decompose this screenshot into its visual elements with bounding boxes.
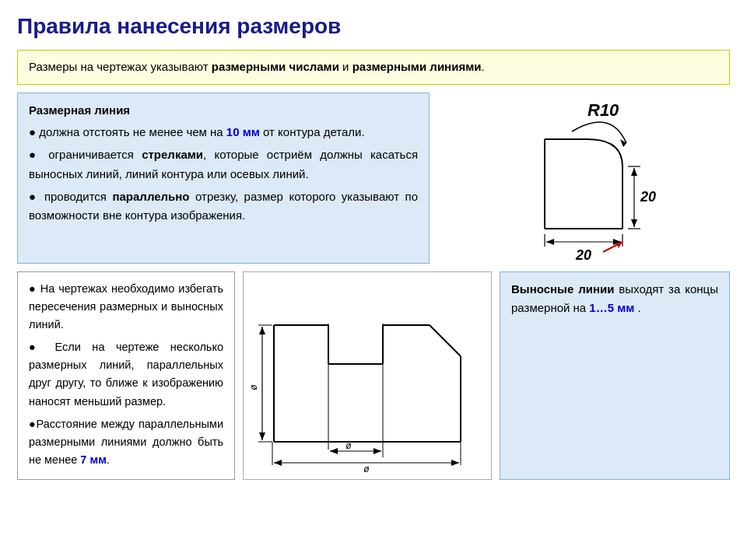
bottom-rule-1: ● На чертежах необходимо избегать пересе…	[29, 280, 223, 334]
svg-text:20: 20	[640, 189, 656, 205]
svg-marker-15	[546, 239, 554, 245]
svg-marker-32	[330, 448, 338, 454]
svg-text:20: 20	[575, 247, 591, 263]
svg-text:ø: ø	[345, 440, 352, 451]
razmer-line-heading: Размерная линия	[29, 101, 418, 121]
info-text-bold: размерными числами	[212, 60, 339, 73]
info-box-yellow: Размеры на чертежах указывают размерными…	[17, 50, 730, 85]
bottom-rules-text: ● На чертежах необходимо избегать пересе…	[17, 271, 235, 480]
info-text-end: .	[481, 60, 484, 73]
parallel-lines-diagram: ø ø ø	[243, 271, 492, 480]
svg-marker-33	[374, 448, 381, 454]
svg-marker-45	[259, 432, 265, 440]
vynosnye-linii-note: Выносные линии выходят за концы размерно…	[500, 271, 730, 480]
page-container: Правила нанесения размеров Размеры на че…	[0, 0, 747, 560]
vynosnye-end: .	[638, 301, 641, 314]
bottom-rule-3: ●Расстояние между параллельными размерны…	[29, 415, 223, 470]
vynosnye-highlight: 1…5 мм	[589, 301, 634, 314]
info-text-and: и	[339, 60, 352, 73]
svg-marker-38	[274, 460, 282, 466]
svg-marker-44	[259, 327, 265, 334]
svg-text:ø: ø	[363, 464, 370, 473]
bottom-rule-2: ● Если на чертеже несколько размерных ли…	[29, 338, 223, 411]
svg-marker-10	[631, 219, 637, 227]
rule-1: ● должна отстоять не менее чем на 10 мм …	[29, 123, 418, 142]
razmer-diagram: R10	[430, 93, 730, 264]
rule-3: ● проводится параллельно отрезку, размер…	[29, 187, 418, 226]
rule-2: ● ограничивается стрелками, которые остр…	[29, 145, 418, 184]
razmer-svg: R10	[502, 93, 658, 264]
svg-marker-39	[451, 460, 459, 466]
info-text-plain: Размеры на чертежах указывают	[29, 60, 212, 73]
section-blue: Размерная линия ● должна отстоять не мен…	[17, 93, 730, 264]
svg-line-27	[430, 325, 461, 356]
parallel-svg: ø ø ø	[251, 278, 484, 473]
svg-text:ø: ø	[251, 383, 259, 390]
info-text-bold2: размерными линиями	[352, 60, 482, 73]
page-title: Правила нанесения размеров	[17, 14, 730, 39]
razmer-line-rules: Размерная линия ● должна отстоять не мен…	[17, 93, 430, 264]
svg-marker-9	[631, 168, 637, 176]
section-bottom: ● На чертежах необходимо избегать пересе…	[17, 271, 730, 480]
vynosnye-bold: Выносные линии	[511, 282, 614, 296]
svg-text:R10: R10	[587, 100, 619, 120]
